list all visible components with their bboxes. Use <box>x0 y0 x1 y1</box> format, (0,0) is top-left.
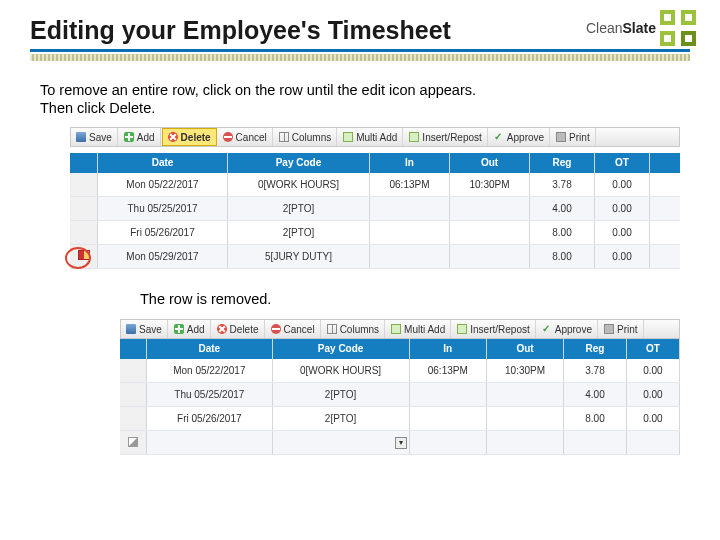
title-underline <box>30 49 690 52</box>
insert-repost-button[interactable]: Insert/Repost <box>404 128 487 146</box>
insert-repost-label: Insert/Repost <box>422 132 481 143</box>
row-handle[interactable] <box>70 197 98 220</box>
cell-out: 10:30PM <box>487 359 564 382</box>
grid-header: Date Pay Code In Out Reg OT <box>120 339 680 359</box>
cell-paycode: 0[WORK HOURS] <box>273 359 410 382</box>
col-reg: Reg <box>530 153 595 173</box>
caption-row-removed: The row is removed. <box>0 287 720 315</box>
print-button[interactable]: Print <box>599 320 644 338</box>
table-row[interactable]: Thu 05/25/20172[PTO]4.000.00 <box>70 197 680 221</box>
print-icon <box>556 132 566 142</box>
columns-button[interactable]: Columns <box>322 320 385 338</box>
row-handle[interactable] <box>120 431 147 454</box>
cell-date: Mon 05/22/2017 <box>147 359 273 382</box>
cell-date: Thu 05/25/2017 <box>98 197 228 220</box>
plus-icon <box>174 324 184 334</box>
delete-label: Delete <box>230 324 259 335</box>
row-handle[interactable] <box>120 359 147 382</box>
col-ot: OT <box>627 339 680 359</box>
cell-reg: 8.00 <box>530 221 595 244</box>
pinstripe <box>30 54 690 61</box>
row-handle[interactable] <box>120 407 147 430</box>
table-row[interactable]: Mon 05/22/20170[WORK HOURS]06:13PM10:30P… <box>70 173 680 197</box>
table-row[interactable]: Thu 05/25/20172[PTO]4.000.00 <box>120 383 680 407</box>
print-label: Print <box>569 132 590 143</box>
cell-ot: 0.00 <box>595 197 650 220</box>
paycode-dropdown[interactable]: ▾ <box>395 437 407 449</box>
cell-date: Fri 05/26/2017 <box>147 407 273 430</box>
toolbar-2: Save Add Delete Cancel Columns Multi Add… <box>120 319 680 339</box>
instruction-block: To remove an entire row, click on the ro… <box>0 71 720 123</box>
cell-ot: 0.00 <box>627 407 680 430</box>
cell-out <box>450 245 530 268</box>
columns-icon <box>327 324 337 334</box>
row-handle[interactable] <box>120 383 147 406</box>
edit-icon <box>128 437 138 447</box>
cancel-button[interactable]: Cancel <box>266 320 321 338</box>
cell-reg: 8.00 <box>530 245 595 268</box>
row-handle[interactable] <box>70 221 98 244</box>
save-button[interactable]: Save <box>71 128 118 146</box>
table-row[interactable]: Mon 05/22/20170[WORK HOURS]06:13PM10:30P… <box>120 359 680 383</box>
sheet-icon <box>343 132 353 142</box>
delete-button[interactable]: Delete <box>162 128 217 146</box>
columns-icon <box>279 132 289 142</box>
logo-mark-icon <box>660 10 696 46</box>
sheet-icon <box>457 324 467 334</box>
table-row[interactable]: Fri 05/26/20172[PTO]8.000.00 <box>120 407 680 431</box>
col-reg: Reg <box>564 339 627 359</box>
instruction-line-2: Then click Delete. <box>40 99 680 117</box>
check-icon: ✓ <box>494 132 504 142</box>
approve-button[interactable]: ✓Approve <box>537 320 598 338</box>
approve-button[interactable]: ✓Approve <box>489 128 550 146</box>
multi-add-label: Multi Add <box>404 324 445 335</box>
add-button[interactable]: Add <box>119 128 161 146</box>
timesheet-grid-before: Date Pay Code In Out Reg OT Mon 05/22/20… <box>70 153 680 269</box>
check-icon: ✓ <box>542 324 552 334</box>
cell-out <box>487 383 564 406</box>
row-handle[interactable] <box>70 173 98 196</box>
table-row[interactable]: ▾ <box>120 431 680 455</box>
cancel-label: Cancel <box>284 324 315 335</box>
cell-in <box>370 245 450 268</box>
cancel-button[interactable]: Cancel <box>218 128 273 146</box>
cell-paycode: 2[PTO] <box>273 383 410 406</box>
insert-repost-label: Insert/Repost <box>470 324 529 335</box>
approve-label: Approve <box>507 132 544 143</box>
plus-icon <box>124 132 134 142</box>
cell-ot <box>627 431 680 454</box>
table-row[interactable]: Fri 05/26/20172[PTO]8.000.00 <box>70 221 680 245</box>
save-label: Save <box>139 324 162 335</box>
cell-reg: 4.00 <box>564 383 627 406</box>
logo: CleanSlate <box>586 10 696 46</box>
save-button[interactable]: Save <box>121 320 168 338</box>
col-in: In <box>410 339 487 359</box>
cell-in <box>370 197 450 220</box>
cell-in: 06:13PM <box>410 359 487 382</box>
delete-button[interactable]: Delete <box>212 320 265 338</box>
col-paycode: Pay Code <box>228 153 370 173</box>
delete-icon <box>168 132 178 142</box>
multi-add-label: Multi Add <box>356 132 397 143</box>
cell-out <box>450 197 530 220</box>
multi-add-button[interactable]: Multi Add <box>338 128 403 146</box>
cell-date: Thu 05/25/2017 <box>147 383 273 406</box>
cell-paycode: ▾ <box>273 431 410 454</box>
cell-in <box>410 431 487 454</box>
cell-ot: 0.00 <box>595 245 650 268</box>
cancel-label: Cancel <box>236 132 267 143</box>
col-date: Date <box>98 153 228 173</box>
table-row[interactable]: Mon 05/29/20175[JURY DUTY]8.000.00 <box>70 245 680 269</box>
insert-repost-button[interactable]: Insert/Repost <box>452 320 535 338</box>
add-button[interactable]: Add <box>169 320 211 338</box>
col-out: Out <box>450 153 530 173</box>
delete-label: Delete <box>181 132 211 143</box>
cancel-icon <box>223 132 233 142</box>
col-selector <box>120 339 147 359</box>
cell-paycode: 5[JURY DUTY] <box>228 245 370 268</box>
print-button[interactable]: Print <box>551 128 596 146</box>
multi-add-button[interactable]: Multi Add <box>386 320 451 338</box>
timesheet-grid-after: Date Pay Code In Out Reg OT Mon 05/22/20… <box>120 339 680 455</box>
approve-label: Approve <box>555 324 592 335</box>
columns-button[interactable]: Columns <box>274 128 337 146</box>
